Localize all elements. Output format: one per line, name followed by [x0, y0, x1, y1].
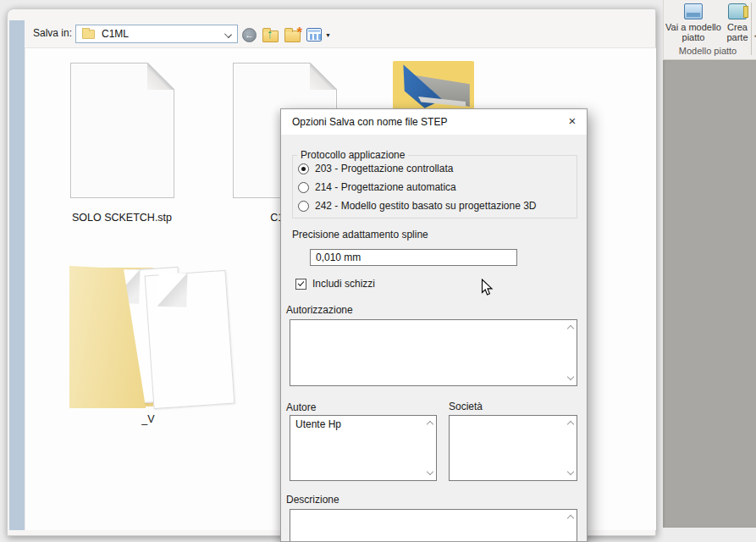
author-value: Utente Hp: [295, 418, 341, 430]
view-menu-button[interactable]: [306, 28, 322, 41]
flat-pattern-icon: [684, 3, 703, 19]
radio-icon[interactable]: [298, 163, 309, 174]
dialog-title-bar: Opzioni Salva con nome file STEP ×: [281, 109, 587, 135]
create-part-icon: [728, 3, 747, 19]
view-menu-caret-icon[interactable]: ▼: [325, 32, 331, 38]
company-textarea[interactable]: [449, 415, 577, 481]
author-label: Autore: [286, 401, 316, 413]
spline-precision-label: Precisione adattamento spline: [292, 229, 428, 241]
company-label: Società: [449, 401, 483, 412]
save-in-label: Salva in:: [33, 27, 72, 39]
new-folder-button[interactable]: *: [284, 30, 301, 42]
back-button[interactable]: ←: [242, 28, 257, 42]
document-icon: [70, 63, 174, 198]
scroll-down-icon[interactable]: [426, 469, 433, 477]
spline-precision-input[interactable]: [310, 249, 517, 266]
radio-icon[interactable]: [298, 201, 309, 212]
go-to-flat-pattern-button[interactable]: Vai a modello piatto: [664, 2, 723, 42]
cad-ribbon: Vai a modello piatto Crea parte Modello …: [663, 0, 756, 60]
page-fold-icon: [310, 63, 337, 90]
checkbox-label: Includi schizzi: [312, 278, 375, 290]
new-star-icon: *: [296, 25, 302, 41]
close-icon[interactable]: ×: [558, 109, 587, 135]
radio-label: 242 - Modello gestito basato su progetta…: [315, 200, 537, 212]
scroll-up-icon[interactable]: [566, 324, 574, 331]
protocol-group-label: Protocollo applicazione: [297, 149, 408, 161]
scroll-down-icon[interactable]: [566, 469, 574, 477]
authorization-label: Autorizzazione: [286, 304, 353, 316]
scroll-up-icon[interactable]: [566, 419, 574, 427]
paper-fold-icon: [157, 273, 187, 307]
ribbon-group-label: Modello piatto: [664, 46, 752, 56]
toolbar-icons: ← ↑ * ▼: [242, 26, 331, 43]
folder-with-documents-icon: [68, 263, 229, 408]
radio-icon[interactable]: [298, 182, 309, 193]
check-icon: [298, 279, 305, 286]
screen: Salva in: C1ML ← ↑ * ▼ SOLO SCKETCH.stp: [0, 0, 756, 542]
places-bar: [9, 20, 25, 530]
description-label: Descrizione: [286, 494, 339, 506]
radio-label: 214 - Progettazione automatica: [315, 181, 456, 193]
step-options-dialog: Opzioni Salva con nome file STEP × Proto…: [280, 108, 588, 542]
page-fold-icon: [147, 63, 174, 90]
scroll-down-icon[interactable]: [566, 374, 574, 382]
radio-option-242[interactable]: 242 - Modello gestito basato su progetta…: [298, 200, 537, 212]
partial-left-icon: ◄: [753, 32, 756, 40]
radio-option-214[interactable]: 214 - Progettazione automatica: [298, 181, 456, 193]
folder-icon: [82, 30, 95, 39]
save-in-value: C1ML: [102, 28, 129, 40]
radio-label: 203 - Progettazione controllata: [315, 163, 453, 174]
mouse-cursor-icon: [481, 279, 494, 297]
folder-label: _V: [68, 413, 229, 425]
scroll-up-icon[interactable]: [426, 419, 433, 427]
include-sketches-checkbox[interactable]: Includi schizzi: [295, 278, 375, 290]
cad-viewport[interactable]: [663, 60, 756, 528]
file-item-part-preview[interactable]: [393, 61, 474, 112]
paper-icon: [145, 270, 235, 409]
radio-option-203[interactable]: 203 - Progettazione controllata: [298, 163, 453, 174]
save-in-combobox[interactable]: C1ML: [75, 25, 238, 43]
description-textarea[interactable]: [290, 509, 577, 542]
chevron-down-icon[interactable]: [224, 30, 232, 38]
ribbon-button-label: Vai a modello piatto: [664, 22, 723, 42]
file-label: SOLO SCKETCH.stp: [46, 212, 198, 224]
folder-item-v[interactable]: _V: [68, 263, 229, 425]
up-arrow-icon: ↑: [267, 26, 273, 41]
scroll-up-icon[interactable]: [566, 513, 574, 521]
dialog-title: Opzioni Salva con nome file STEP: [292, 116, 447, 128]
file-item-solo-scketch[interactable]: SOLO SCKETCH.stp: [46, 63, 198, 224]
ribbon-divider: [751, 3, 752, 55]
up-one-level-button[interactable]: ↑: [262, 30, 279, 42]
author-textarea[interactable]: Utente Hp: [290, 415, 437, 481]
authorization-textarea[interactable]: [290, 319, 577, 386]
checkbox-icon[interactable]: [295, 279, 306, 290]
